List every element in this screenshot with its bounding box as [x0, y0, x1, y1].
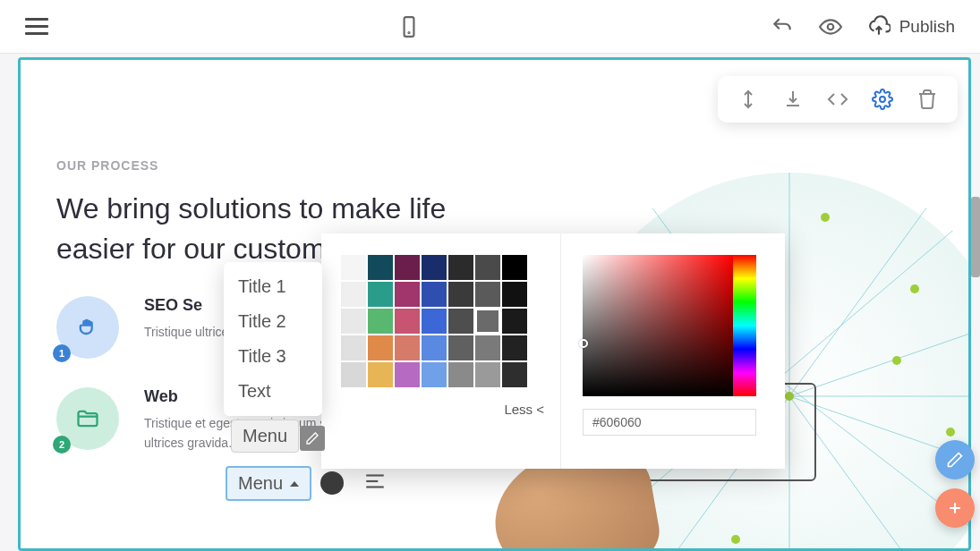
text-style-menu: Title 1 Title 2 Title 3 Text: [224, 262, 322, 416]
color-swatch-cell[interactable]: [502, 282, 527, 307]
service-badge: 1: [53, 344, 71, 362]
color-swatch-cell[interactable]: [422, 255, 447, 280]
color-swatch-grid: [341, 255, 544, 387]
svg-point-18: [731, 535, 740, 544]
svg-point-15: [821, 213, 830, 222]
code-icon[interactable]: [827, 89, 848, 110]
saturation-value-area[interactable]: [583, 255, 756, 396]
menu-hamburger-icon[interactable]: [25, 18, 48, 35]
color-swatch-cell[interactable]: [341, 282, 366, 307]
color-swatch-cell[interactable]: [502, 255, 527, 280]
settings-gear-icon[interactable]: [872, 89, 893, 110]
color-swatch-cell[interactable]: [502, 335, 527, 360]
text-style-option[interactable]: Text: [224, 374, 322, 409]
color-swatch-cell[interactable]: [422, 282, 447, 307]
move-icon[interactable]: [737, 89, 759, 110]
color-picker-panel: Less <: [321, 233, 785, 469]
color-swatch-cell[interactable]: [422, 335, 447, 360]
publish-label: Publish: [899, 17, 955, 37]
color-swatch-cell[interactable]: [395, 282, 420, 307]
menu-dropdown-selected[interactable]: Menu: [226, 466, 311, 501]
caret-up-icon: [290, 481, 299, 487]
color-swatch-cell[interactable]: [341, 309, 366, 334]
color-swatch-cell[interactable]: [448, 362, 473, 387]
undo-icon[interactable]: [771, 15, 794, 38]
save-down-icon[interactable]: [782, 89, 804, 110]
color-swatch-cell[interactable]: [475, 255, 500, 280]
fab-edit-button[interactable]: [935, 440, 975, 479]
color-swatch-cell[interactable]: [395, 309, 420, 334]
color-swatch-cell[interactable]: [475, 362, 500, 387]
text-color-swatch[interactable]: [320, 471, 344, 495]
align-left-icon[interactable]: [363, 470, 387, 496]
color-swatch-cell[interactable]: [448, 282, 473, 307]
color-swatch-cell[interactable]: [341, 255, 366, 280]
preview-eye-icon[interactable]: [819, 15, 842, 38]
publish-button[interactable]: Publish: [867, 15, 955, 38]
color-swatch-cell[interactable]: [502, 309, 527, 334]
color-swatch-cell[interactable]: [341, 362, 366, 387]
color-swatch-cell[interactable]: [448, 255, 473, 280]
color-swatch-cell[interactable]: [422, 309, 447, 334]
mobile-preview-icon[interactable]: [397, 15, 421, 38]
color-swatch-cell[interactable]: [502, 362, 527, 387]
hex-input[interactable]: [583, 409, 756, 436]
scrollbar-track[interactable]: [971, 54, 980, 551]
scrollbar-thumb[interactable]: [971, 197, 980, 277]
svg-point-1: [409, 31, 410, 32]
color-swatch-cell[interactable]: [368, 255, 393, 280]
service-badge: 2: [53, 436, 71, 454]
text-style-option[interactable]: Title 3: [224, 339, 322, 374]
color-swatch-cell[interactable]: [475, 335, 500, 360]
svg-point-14: [910, 284, 919, 293]
color-swatch-cell[interactable]: [422, 362, 447, 387]
color-swatch-cell[interactable]: [475, 309, 500, 334]
color-swatch-cell[interactable]: [368, 335, 393, 360]
color-swatch-cell[interactable]: [368, 362, 393, 387]
fab-add-button[interactable]: [935, 488, 975, 528]
sv-cursor-icon[interactable]: [579, 339, 588, 348]
menu-dropdown-upper[interactable]: Menu: [231, 420, 299, 453]
less-toggle[interactable]: Less <: [341, 402, 544, 417]
service-icon-grab: 1: [56, 296, 119, 359]
color-swatch-cell[interactable]: [395, 255, 420, 280]
color-swatch-cell[interactable]: [395, 362, 420, 387]
color-swatch-cell[interactable]: [448, 309, 473, 334]
text-style-option[interactable]: Title 1: [224, 269, 322, 304]
sv-gradient[interactable]: [583, 255, 733, 396]
svg-point-2: [827, 23, 833, 30]
color-swatch-cell[interactable]: [448, 335, 473, 360]
edit-pencil-icon[interactable]: [300, 426, 325, 451]
svg-point-3: [880, 97, 885, 102]
hue-slider[interactable]: [733, 255, 756, 396]
color-swatch-cell[interactable]: [368, 282, 393, 307]
color-swatch-cell[interactable]: [395, 335, 420, 360]
color-swatch-cell[interactable]: [341, 335, 366, 360]
text-style-option[interactable]: Title 2: [224, 304, 322, 339]
color-swatch-cell[interactable]: [368, 309, 393, 334]
color-swatch-cell[interactable]: [475, 282, 500, 307]
svg-point-17: [946, 428, 955, 437]
svg-point-22: [892, 356, 901, 365]
section-toolbar: [718, 76, 958, 123]
top-bar: Publish: [0, 0, 980, 54]
delete-trash-icon[interactable]: [916, 89, 938, 110]
service-icon-folder: 2: [56, 387, 119, 450]
